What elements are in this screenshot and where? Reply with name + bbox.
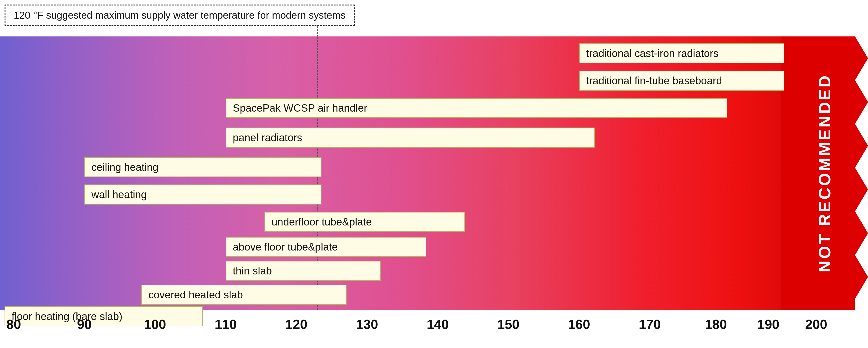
x-tick-200: 200	[805, 317, 828, 332]
x-tick-120: 120	[285, 317, 308, 332]
label-spacepak: SpacePak WCSP air handler	[226, 98, 727, 118]
x-tick-90: 90	[77, 317, 92, 332]
x-tick-110: 110	[215, 317, 237, 332]
label-wall-heating: wall heating	[84, 184, 321, 205]
x-tick-180: 180	[705, 317, 727, 332]
label-panel-radiators: panel radiators	[226, 128, 595, 148]
not-recommended-text: NOT RECOMMENDED	[815, 74, 834, 272]
x-tick-80: 80	[6, 317, 21, 332]
annotation-box: 120 °F suggested maximum supply water te…	[5, 5, 355, 26]
label-traditional-fin-tube: traditional fin-tube baseboard	[579, 71, 784, 91]
annotation-text: 120 °F suggested maximum supply water te…	[14, 9, 346, 21]
x-tick-170: 170	[639, 317, 661, 332]
x-tick-150: 150	[497, 317, 520, 332]
x-tick-130: 130	[356, 317, 378, 332]
x-tick-100: 100	[144, 317, 166, 332]
label-traditional-cast-iron: traditional cast-iron radiators	[579, 43, 784, 63]
label-above-floor-tube-plate: above floor tube&plate	[226, 237, 426, 257]
x-tick-160: 160	[568, 317, 590, 332]
not-recommended-section: NOT RECOMMENDED	[781, 36, 868, 310]
x-tick-190: 190	[757, 317, 779, 332]
label-floor-heating-bare: floor heating (bare slab)	[5, 306, 203, 326]
chart-container: 120 °F suggested maximum supply water te…	[0, 0, 868, 348]
label-underfloor-tube-plate: underfloor tube&plate	[265, 212, 465, 232]
label-covered-heated-slab: covered heated slab	[142, 285, 347, 305]
x-tick-140: 140	[427, 317, 449, 332]
label-thin-slab: thin slab	[226, 261, 381, 281]
label-ceiling-heating: ceiling heating	[84, 157, 321, 177]
